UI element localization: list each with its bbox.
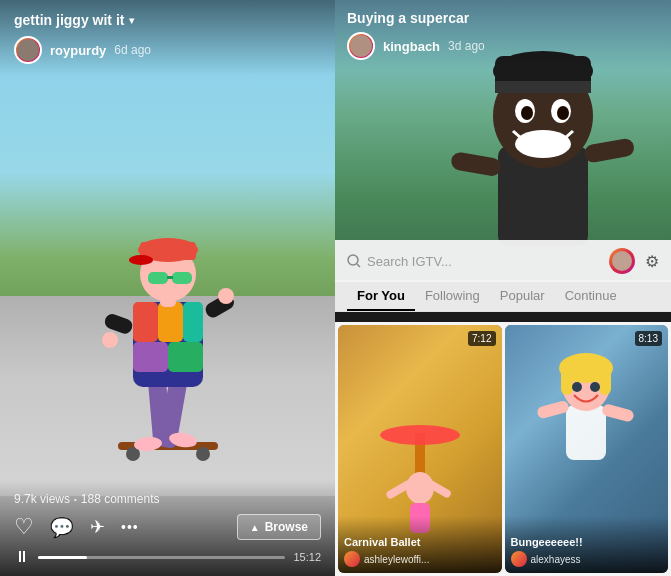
- thumb1-username: ashleylewoffi...: [364, 554, 429, 565]
- duration-label: 15:12: [293, 551, 321, 563]
- svg-rect-48: [561, 365, 573, 395]
- avatar-image: [17, 39, 39, 61]
- search-bar: Search IGTV... ⚙: [335, 240, 671, 282]
- browse-label: Browse: [265, 520, 308, 534]
- svg-point-51: [590, 382, 600, 392]
- tabs-row: For You Following Popular Continue: [335, 280, 671, 312]
- svg-rect-24: [167, 276, 173, 279]
- svg-rect-13: [102, 312, 133, 336]
- right-video-bg: Buying a supercar kingbach 3d ago: [335, 0, 671, 280]
- svg-rect-49: [599, 365, 611, 395]
- thumb2-bottom: Bungeeeeee!! alexhayess: [505, 516, 669, 573]
- thumb1-avatar: [344, 551, 360, 567]
- settings-icon[interactable]: ⚙: [645, 252, 659, 271]
- heart-icon[interactable]: ♡: [14, 514, 34, 540]
- browse-chevron-icon: ▲: [250, 522, 260, 533]
- right-user-info: kingbach 3d ago: [347, 32, 659, 60]
- right-video-title: Buying a supercar: [347, 10, 659, 26]
- search-input-area[interactable]: Search IGTV...: [347, 254, 609, 269]
- username-label: roypurdy: [50, 43, 106, 58]
- time-ago-label: 6d ago: [114, 43, 151, 57]
- svg-rect-33: [583, 137, 635, 163]
- svg-point-50: [572, 382, 582, 392]
- svg-rect-22: [148, 272, 168, 284]
- svg-point-40: [380, 425, 460, 445]
- progress-fill: [38, 556, 87, 559]
- browse-button[interactable]: ▲ Browse: [237, 514, 321, 540]
- left-video-panel: gettin jiggy wit it ▾ roypurdy 6d ago 9.…: [0, 0, 335, 576]
- right-video-panel: Buying a supercar kingbach 3d ago Search…: [335, 0, 671, 576]
- svg-rect-10: [183, 302, 203, 342]
- comment-icon[interactable]: 💬: [50, 516, 74, 539]
- thumb2-title: Bungeeeeee!!: [511, 536, 663, 548]
- svg-point-2: [196, 447, 210, 461]
- svg-rect-8: [133, 302, 158, 342]
- svg-rect-11: [133, 342, 168, 372]
- svg-point-31: [557, 106, 569, 120]
- thumb2-art: [531, 330, 641, 470]
- actions-row: ♡ 💬 ✈ ••• ▲ Browse: [14, 514, 321, 540]
- right-avatar-image: [350, 35, 372, 57]
- views-count: 9.7k views: [14, 492, 70, 506]
- thumb1-title: Carnival Ballet: [344, 536, 496, 548]
- search-placeholder-text: Search IGTV...: [367, 254, 452, 269]
- svg-point-21: [129, 255, 153, 265]
- skater-figure: [88, 192, 248, 476]
- svg-point-27: [515, 130, 571, 158]
- left-top-overlay: gettin jiggy wit it ▾ roypurdy 6d ago: [0, 0, 335, 76]
- svg-rect-32: [450, 151, 502, 177]
- progress-bar[interactable]: [38, 556, 285, 559]
- thumb2-username: alexhayess: [531, 554, 581, 565]
- thumb2-user-row: alexhayess: [511, 551, 663, 567]
- share-icon[interactable]: ✈: [90, 516, 105, 538]
- search-user-avatar[interactable]: [609, 248, 635, 274]
- tab-for-you[interactable]: For You: [347, 280, 415, 311]
- progress-row: ⏸ 15:12: [14, 548, 321, 566]
- svg-point-15: [102, 332, 118, 348]
- svg-rect-12: [168, 342, 203, 372]
- tab-popular[interactable]: Popular: [490, 280, 555, 311]
- stats-row: 9.7k views • 188 comments: [14, 492, 321, 506]
- tab-continue[interactable]: Continue: [555, 280, 627, 311]
- thumb2-avatar: [511, 551, 527, 567]
- svg-line-38: [357, 264, 360, 267]
- svg-rect-9: [158, 302, 183, 342]
- right-avatar: [347, 32, 375, 60]
- video-title: gettin jiggy wit it ▾: [14, 12, 321, 28]
- svg-rect-52: [536, 400, 570, 420]
- thumb1-duration: 7:12: [468, 331, 495, 346]
- search-icon: [347, 254, 361, 268]
- svg-point-30: [521, 106, 533, 120]
- thumbnail-1[interactable]: 7:12 Carnival Ballet ashleylewoffi...: [338, 325, 502, 573]
- thumbnails-container: 7:12 Carnival Ballet ashleylewoffi...: [335, 322, 671, 576]
- thumb1-bottom: Carnival Ballet ashleylewoffi...: [338, 516, 502, 573]
- right-username: kingbach: [383, 39, 440, 54]
- thumb2-duration: 8:13: [635, 331, 662, 346]
- more-icon[interactable]: •••: [121, 519, 139, 535]
- actions-left: ♡ 💬 ✈ •••: [14, 514, 139, 540]
- svg-point-37: [348, 255, 358, 265]
- separator: •: [74, 495, 77, 504]
- user-info: roypurdy 6d ago: [14, 36, 321, 64]
- svg-rect-36: [495, 81, 591, 93]
- avatar: [14, 36, 42, 64]
- tab-following[interactable]: Following: [415, 280, 490, 311]
- pause-icon[interactable]: ⏸: [14, 548, 30, 566]
- thumbnail-2[interactable]: 8:13 Bungeeeeee!! alexhayess: [505, 325, 669, 573]
- left-bottom-overlay: 9.7k views • 188 comments ♡ 💬 ✈ ••• ▲ Br…: [0, 480, 335, 576]
- search-right-icons: ⚙: [609, 248, 659, 274]
- right-time-ago: 3d ago: [448, 39, 485, 53]
- svg-rect-45: [566, 405, 606, 460]
- comments-count: 188 comments: [81, 492, 160, 506]
- chevron-down-icon: ▾: [129, 15, 134, 26]
- right-top-overlay: Buying a supercar kingbach 3d ago: [335, 0, 671, 70]
- thumb1-user-row: ashleylewoffi...: [344, 551, 496, 567]
- svg-rect-23: [172, 272, 192, 284]
- svg-point-16: [218, 288, 234, 304]
